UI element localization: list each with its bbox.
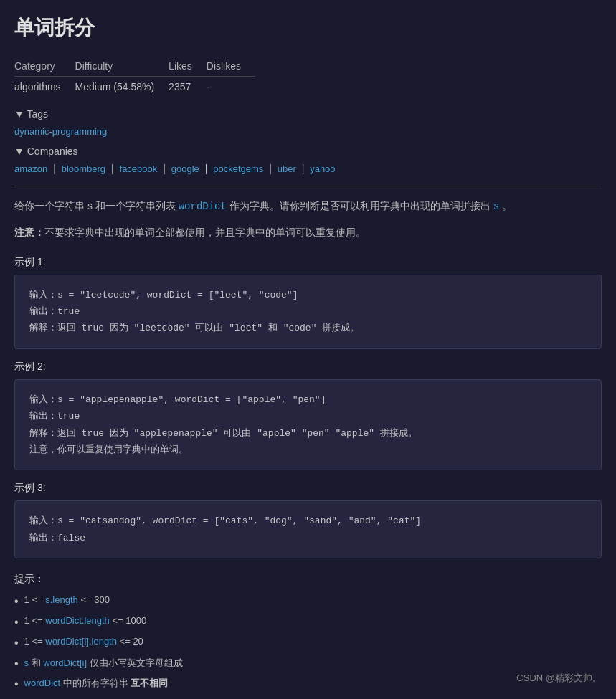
tags-label: ▼ Tags <box>14 108 48 120</box>
company-google[interactable]: google <box>171 163 199 174</box>
company-facebook[interactable]: facebook <box>120 163 158 174</box>
tags-list: dynamic-programming <box>14 125 602 137</box>
companies-header[interactable]: ▼ Companies <box>14 146 602 157</box>
col-difficulty: Difficulty <box>75 56 169 77</box>
example2-explanation1: 解释：返回 true 因为 "applepenapple" 可以由 "apple… <box>29 425 587 442</box>
tip-text-5: wordDict 中的所有字符串 互不相同 <box>24 677 169 690</box>
example3-title: 示例 3: <box>14 482 602 495</box>
examples-container: 示例 1: 输入：s = "leetcode", wordDict = ["le… <box>14 256 602 559</box>
note-label: 注意： <box>14 227 44 238</box>
company-bloomberg[interactable]: bloomberg <box>62 163 105 174</box>
tip-text-2: 1 <= wordDict.length <= 1000 <box>24 615 147 626</box>
sep-2: | <box>111 163 114 174</box>
company-pocketgems[interactable]: pocketgems <box>213 163 263 174</box>
example3-box: 输入：s = "catsandog", wordDict = ["cats", … <box>14 500 602 558</box>
tip-item-1: 1 <= s.length <= 300 <box>14 594 602 609</box>
divider-1 <box>14 186 602 186</box>
tips-title: 提示： <box>14 573 602 586</box>
tips-section: 提示： 1 <= s.length <= 300 1 <= wordDict.l… <box>14 573 602 692</box>
tags-header[interactable]: ▼ Tags <box>14 108 602 120</box>
example2-explanation2: 注意，你可以重复使用字典中的单词。 <box>29 442 587 458</box>
example2-title: 示例 2: <box>14 361 602 374</box>
s-highlight: s <box>493 201 499 212</box>
example3-input: 输入：s = "catsandog", wordDict = ["cats", … <box>29 513 587 529</box>
watermark: CSDN @精彩文帅。 <box>516 672 602 685</box>
example2-box: 输入：s = "applepenapple", wordDict = ["app… <box>14 379 602 471</box>
sep-4: | <box>205 163 208 174</box>
tip-item-2: 1 <= wordDict.length <= 1000 <box>14 615 602 630</box>
row-difficulty: Medium (54.58%) <box>75 77 169 98</box>
desc-line1: 给你一个字符串 s 和一个字符串列表 wordDict 作为字典。请你判断是否可… <box>14 198 602 216</box>
companies-section: ▼ Companies amazon | bloomberg | faceboo… <box>14 146 602 174</box>
problem-note: 注意：不要求字典中出现的单词全部都使用，并且字典中的单词可以重复使用。 <box>14 224 602 242</box>
page-title: 单词拆分 <box>14 14 602 42</box>
example1-title: 示例 1: <box>14 256 602 269</box>
sep-3: | <box>163 163 166 174</box>
problem-description: 给你一个字符串 s 和一个字符串列表 wordDict 作为字典。请你判断是否可… <box>14 198 602 216</box>
example1-box: 输入：s = "leetcode", wordDict = ["leet", "… <box>14 275 602 349</box>
tips-list: 1 <= s.length <= 300 1 <= wordDict.lengt… <box>14 594 602 692</box>
tip-item-3: 1 <= wordDict[i].length <= 20 <box>14 636 602 651</box>
tip-text-3: 1 <= wordDict[i].length <= 20 <box>24 636 143 647</box>
example1-output: 输出：true <box>29 303 587 320</box>
companies-label: ▼ Companies <box>14 146 78 157</box>
example2-input: 输入：s = "applepenapple", wordDict = ["app… <box>29 391 587 408</box>
sep-1: | <box>53 163 56 174</box>
col-likes: Likes <box>169 56 207 77</box>
sep-5: | <box>269 163 272 174</box>
example2-output: 输出：true <box>29 408 587 424</box>
tip-text-1: 1 <= s.length <= 300 <box>24 594 110 605</box>
worddict-highlight: wordDict <box>179 201 227 212</box>
company-yahoo[interactable]: yahoo <box>310 163 335 174</box>
tip-text-4: s 和 wordDict[i] 仅由小写英文字母组成 <box>24 657 183 670</box>
col-category: Category <box>14 56 75 77</box>
row-dislikes: - <box>207 77 255 98</box>
tip-item-4: s 和 wordDict[i] 仅由小写英文字母组成 <box>14 657 602 672</box>
example1-explanation: 解释：返回 true 因为 "leetcode" 可以由 "leet" 和 "c… <box>29 320 587 336</box>
example1-input: 输入：s = "leetcode", wordDict = ["leet", "… <box>29 287 587 303</box>
col-dislikes: Dislikes <box>207 56 255 77</box>
tip-item-5: wordDict 中的所有字符串 互不相同 <box>14 677 602 692</box>
tags-section: ▼ Tags dynamic-programming <box>14 108 602 137</box>
tag-dynamic-programming[interactable]: dynamic-programming <box>14 126 107 137</box>
company-uber[interactable]: uber <box>278 163 296 174</box>
sep-6: | <box>302 163 305 174</box>
companies-list: amazon | bloomberg | facebook | google |… <box>14 163 602 174</box>
info-table: Category Difficulty Likes Dislikes algor… <box>14 56 602 97</box>
note-text: 注意：不要求字典中出现的单词全部都使用，并且字典中的单词可以重复使用。 <box>14 224 602 242</box>
row-likes: 2357 <box>169 77 207 98</box>
row-category: algorithms <box>14 77 75 98</box>
example3-output: 输出：false <box>29 530 587 546</box>
company-amazon[interactable]: amazon <box>14 163 47 174</box>
